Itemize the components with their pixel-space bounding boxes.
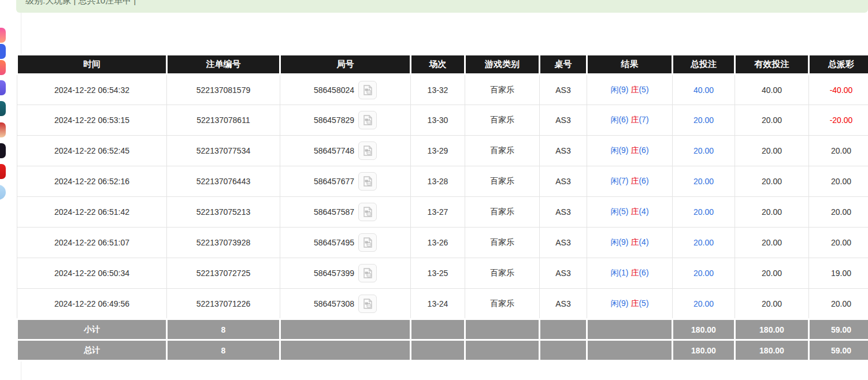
teal-app-icon[interactable] — [0, 101, 6, 116]
cell-total-bet[interactable]: 20.00 — [673, 197, 735, 228]
col-header-result: 结果 — [587, 55, 673, 74]
cell-time: 2024-12-22 06:52:45 — [17, 136, 167, 166]
video-replay-button[interactable] — [358, 172, 377, 191]
video-replay-button[interactable] — [358, 295, 377, 313]
video-replay-icon — [362, 206, 373, 218]
blue-app-icon[interactable] — [0, 44, 6, 59]
cell-table-no: AS3 — [540, 289, 587, 319]
video-replay-button[interactable] — [358, 111, 377, 129]
round-id-text: 586457399 — [314, 269, 354, 278]
cell-session: 13-32 — [411, 74, 465, 105]
cell-bet-id: 522137072725 — [167, 258, 280, 289]
cell-table-no: AS3 — [540, 136, 587, 166]
col-header-payout: 总派彩 — [809, 55, 868, 74]
red-app-icon[interactable] — [0, 164, 6, 179]
result-banker-label: 庄 — [630, 115, 639, 124]
person-app-icon[interactable] — [0, 122, 6, 137]
video-replay-icon — [362, 114, 373, 126]
orange-app-icon[interactable] — [0, 60, 6, 75]
cell-result: 闲(9) 庄(5) — [587, 74, 673, 105]
cell-session: 13-24 — [411, 289, 465, 319]
cell-valid-bet: 20.00 — [735, 258, 809, 289]
cell-total-bet[interactable]: 20.00 — [673, 105, 735, 136]
cell-payout: 20.00 — [809, 289, 868, 319]
cell-bet-id: 522137078611 — [167, 105, 280, 136]
video-replay-button[interactable] — [358, 264, 377, 282]
cell-time: 2024-12-22 06:52:16 — [17, 166, 167, 197]
cell-round-id: 586457587 — [280, 197, 411, 228]
round-id-text: 586457308 — [314, 299, 354, 308]
cell-payout: 20.00 — [809, 197, 868, 228]
cell-game-type: 百家乐 — [465, 258, 540, 289]
purple-app-icon[interactable] — [0, 80, 6, 95]
cell-result: 闲(9) 庄(5) — [587, 289, 673, 319]
result-banker-score: (6) — [639, 268, 648, 277]
table-row: 2024-12-22 06:54:32 522137081579 5864580… — [17, 74, 868, 105]
cell-round-id: 586458024 — [280, 74, 411, 105]
cell-payout: -20.00 — [809, 105, 868, 136]
video-replay-button[interactable] — [358, 233, 377, 252]
video-replay-icon — [362, 145, 373, 157]
result-banker-score: (6) — [639, 176, 648, 185]
cell-total-bet[interactable]: 20.00 — [673, 166, 735, 197]
table-row: 2024-12-22 06:51:42 522137075213 5864575… — [17, 197, 868, 228]
bet-records-table: 时间 注单编号 局号 场次 游戏类别 桌号 结果 总投注 有效投注 总派彩 20… — [16, 54, 868, 362]
video-replay-icon — [362, 84, 373, 96]
round-id-text: 586457748 — [314, 146, 354, 155]
result-banker-label: 庄 — [630, 85, 639, 94]
cell-total-bet[interactable]: 40.00 — [673, 74, 735, 105]
table-row: 2024-12-22 06:51:07 522137073928 5864574… — [17, 228, 868, 258]
cell-game-type: 百家乐 — [465, 74, 540, 105]
cell-total-bet[interactable]: 20.00 — [673, 258, 735, 289]
cell-session: 13-26 — [411, 228, 465, 258]
result-banker-label: 庄 — [630, 237, 639, 247]
cell-game-type: 百家乐 — [465, 136, 540, 166]
pink-app-icon[interactable] — [0, 28, 6, 43]
lightblue-app-icon[interactable] — [0, 185, 6, 200]
video-replay-icon — [362, 176, 373, 187]
cell-time: 2024-12-22 06:51:42 — [17, 197, 167, 228]
cell-round-id: 586457495 — [280, 228, 411, 258]
table-row: 2024-12-22 06:49:56 522137071226 5864573… — [17, 289, 868, 319]
result-banker-score: (6) — [639, 146, 648, 155]
cell-time: 2024-12-22 06:54:32 — [17, 74, 167, 105]
cell-total-bet[interactable]: 20.00 — [673, 228, 735, 258]
video-replay-button[interactable] — [358, 81, 377, 99]
total-label: 总计 — [17, 340, 167, 361]
cell-game-type: 百家乐 — [465, 166, 540, 197]
cell-result: 闲(9) 庄(6) — [587, 136, 673, 166]
result-banker-label: 庄 — [630, 176, 639, 185]
col-header-table-no: 桌号 — [540, 55, 587, 74]
col-header-time: 时间 — [17, 55, 167, 74]
cell-round-id: 586457399 — [280, 258, 411, 289]
result-player: 闲(9) — [610, 85, 628, 94]
round-id-text: 586457829 — [314, 116, 354, 125]
result-player: 闲(9) — [610, 237, 628, 247]
result-banker-score: (5) — [639, 299, 648, 308]
cell-valid-bet: 20.00 — [735, 228, 809, 258]
cell-total-bet[interactable]: 20.00 — [673, 136, 735, 166]
result-player: 闲(1) — [610, 268, 628, 277]
cell-bet-id: 522137076443 — [167, 166, 280, 197]
black-app-icon[interactable] — [0, 143, 6, 158]
total-count: 8 — [167, 340, 280, 361]
video-replay-button[interactable] — [358, 203, 377, 221]
video-replay-button[interactable] — [358, 141, 377, 160]
cell-payout: 19.00 — [809, 258, 868, 289]
cell-valid-bet: 40.00 — [735, 74, 809, 105]
cell-game-type: 百家乐 — [465, 228, 540, 258]
result-banker-score: (5) — [639, 85, 648, 94]
col-header-game-type: 游戏类别 — [465, 55, 540, 74]
cell-table-no: AS3 — [540, 197, 587, 228]
cell-total-bet[interactable]: 20.00 — [673, 289, 735, 319]
subtotal-count: 8 — [167, 319, 280, 340]
summary-banner: 级别:大玩家 | 总共10注单中 | — [16, 0, 868, 13]
cell-session: 13-28 — [411, 166, 465, 197]
total-payout: 59.00 — [809, 340, 868, 361]
cell-result: 闲(9) 庄(4) — [587, 228, 673, 258]
cell-session: 13-25 — [411, 258, 465, 289]
cell-bet-id: 522137073928 — [167, 228, 280, 258]
subtotal-valid-bet: 180.00 — [735, 319, 809, 340]
cell-valid-bet: 20.00 — [735, 197, 809, 228]
result-player: 闲(5) — [610, 207, 628, 216]
